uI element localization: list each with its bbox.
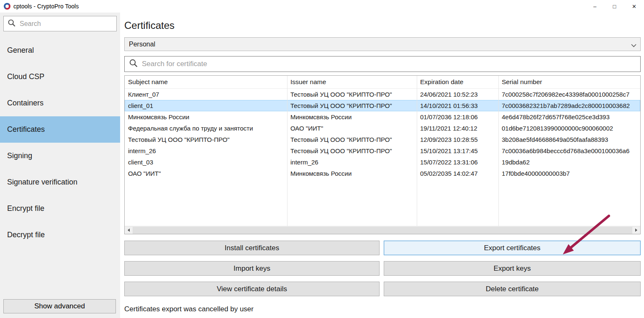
table-row[interactable]: client_03 interm_26 15/07/2022 13:31:06 … xyxy=(125,156,640,168)
cell-expiration: 05/02/2035 14:02:47 xyxy=(417,170,498,177)
maximize-button[interactable]: □ xyxy=(605,0,624,13)
cell-serial: 01d6be7120813990000000c900060002 xyxy=(498,125,640,132)
column-divider xyxy=(287,76,287,226)
cell-subject: Клиент_07 xyxy=(125,91,287,98)
cell-serial: 4e6d478b26f27d657f768e025ce3d393 xyxy=(498,113,640,121)
column-divider xyxy=(417,76,417,226)
dropdown-selected-value: Personal xyxy=(129,41,155,48)
cell-expiration: 12/09/2023 10:28:55 xyxy=(417,136,498,143)
window-title: cptools - CryptoPro Tools xyxy=(13,3,79,10)
sidebar-item-certificates[interactable]: Certificates xyxy=(0,116,120,143)
cell-expiration: 15/10/2021 13:17:45 xyxy=(417,147,498,154)
app-window: cptools - CryptoPro Tools – □ ✕ General … xyxy=(0,0,644,318)
cell-subject: Федеральная служба по труду и занятости xyxy=(125,125,287,132)
cell-issuer: Тестовый УЦ ООО "КРИПТО-ПРО" xyxy=(287,102,417,109)
sidebar-item-label: Signing xyxy=(7,151,32,160)
table-row[interactable]: interm_26 Тестовый УЦ ООО "КРИПТО-ПРО" 1… xyxy=(125,145,640,156)
install-certificates-button[interactable]: Install certificates xyxy=(124,241,380,255)
app-logo-icon xyxy=(4,3,10,10)
cell-expiration: 14/10/2021 01:56:33 xyxy=(417,102,498,109)
cell-expiration: 15/07/2022 13:31:06 xyxy=(417,159,498,166)
sidebar-item-label: Cloud CSP xyxy=(7,72,44,81)
show-advanced-button[interactable]: Show advanced xyxy=(3,299,116,313)
cell-subject: ОАО "ИИТ" xyxy=(125,170,287,177)
cell-serial: 19dbda62 xyxy=(498,159,640,166)
page-title: Certificates xyxy=(124,20,641,31)
column-header-serial-number[interactable]: Serial number xyxy=(498,78,640,86)
close-button[interactable]: ✕ xyxy=(624,0,644,13)
certificate-search-box xyxy=(124,56,641,72)
cell-subject: client_01 xyxy=(125,102,287,109)
cell-expiration: 01/07/2036 12:18:06 xyxy=(417,113,498,121)
table-row[interactable]: Тестовый УЦ ООО "КРИПТО-ПРО" Тестовый УЦ… xyxy=(125,134,640,145)
sidebar-item-label: Containers xyxy=(7,99,44,108)
import-keys-button[interactable]: Import keys xyxy=(124,261,380,276)
sidebar-item-decrypt-file[interactable]: Decrypt file xyxy=(0,222,120,248)
column-divider xyxy=(498,76,499,226)
cell-serial: 7c000258c7f206982ec43398fa0001000258c7 xyxy=(498,91,640,98)
table-row-selected[interactable]: client_01 Тестовый УЦ ООО "КРИПТО-ПРО" 1… xyxy=(125,100,640,111)
sidebar-item-containers[interactable]: Containers xyxy=(0,90,120,116)
minimize-button[interactable]: – xyxy=(585,0,605,13)
cell-subject: Минкомсвязь России xyxy=(125,113,287,121)
cell-issuer: Тестовый УЦ ООО "КРИПТО-ПРО" xyxy=(287,147,417,154)
scroll-left-arrow[interactable] xyxy=(125,226,133,234)
table-header: Subject name Issuer name Expiration date… xyxy=(125,76,640,89)
table-row[interactable]: ОАО "ИИТ" Минкомсвязь России 05/02/2035 … xyxy=(125,168,640,179)
column-header-issuer-name[interactable]: Issuer name xyxy=(287,78,417,86)
sidebar-item-label: Encrypt file xyxy=(7,204,44,213)
title-bar: cptools - CryptoPro Tools xyxy=(0,0,644,13)
sidebar-item-encrypt-file[interactable]: Encrypt file xyxy=(0,195,120,222)
cell-subject: client_03 xyxy=(125,159,287,166)
window-controls: – □ ✕ xyxy=(585,0,644,13)
cell-expiration: 24/06/2021 10:52:23 xyxy=(417,91,498,98)
sidebar: General Cloud CSP Containers Certificate… xyxy=(0,13,120,318)
cell-issuer: Тестовый УЦ ООО "КРИПТО-ПРО" xyxy=(287,91,417,98)
cell-serial: 7c0003682321b7ab7289adc2c800010003682 xyxy=(498,102,640,109)
cell-expiration: 19/11/2021 12:40:12 xyxy=(417,125,498,132)
cell-serial: 3b208ae5fd46688649a050faafa88393 xyxy=(498,136,640,143)
sidebar-item-general[interactable]: General xyxy=(0,37,120,64)
search-icon xyxy=(8,19,16,29)
sidebar-item-label: Certificates xyxy=(7,125,45,134)
cell-subject: Тестовый УЦ ООО "КРИПТО-ПРО" xyxy=(125,136,287,143)
status-text: Certificates export was cancelled by use… xyxy=(124,305,641,313)
right-triangle-icon xyxy=(635,228,637,232)
view-certificate-details-button[interactable]: View certificate details xyxy=(124,282,380,296)
table-body: Клиент_07 Тестовый УЦ ООО "КРИПТО-ПРО" 2… xyxy=(125,89,640,179)
horizontal-scrollbar[interactable] xyxy=(125,226,640,234)
table-row[interactable]: Минкомсвязь России Минкомсвязь России 01… xyxy=(125,111,640,123)
export-certificates-button[interactable]: Export certificates xyxy=(384,241,641,255)
cell-issuer: Минкомсвязь России xyxy=(287,170,417,177)
cell-subject: interm_26 xyxy=(125,147,287,154)
sidebar-item-signature-verification[interactable]: Signature verification xyxy=(0,169,120,195)
certificate-store-dropdown[interactable]: Personal xyxy=(124,37,641,51)
delete-certificate-button[interactable]: Delete certificate xyxy=(384,282,641,296)
scrollbar-thumb[interactable] xyxy=(133,227,632,234)
export-keys-button[interactable]: Export keys xyxy=(384,261,641,276)
certificate-search-input[interactable] xyxy=(142,60,636,68)
scroll-right-arrow[interactable] xyxy=(632,226,640,234)
sidebar-search-input[interactable] xyxy=(20,20,113,28)
main-content: Certificates Personal Subject name Issue… xyxy=(124,13,641,313)
sidebar-item-cloud-csp[interactable]: Cloud CSP xyxy=(0,64,120,90)
action-buttons: Install certificates Export certificates… xyxy=(124,241,641,296)
column-header-subject-name[interactable]: Subject name xyxy=(125,78,287,86)
cell-issuer: interm_26 xyxy=(287,159,417,166)
certificates-table: Subject name Issuer name Expiration date… xyxy=(124,75,641,234)
sidebar-item-label: Decrypt file xyxy=(7,231,45,239)
sidebar-item-label: Signature verification xyxy=(7,178,77,187)
left-triangle-icon xyxy=(128,228,130,232)
sidebar-search-box xyxy=(3,16,117,31)
column-header-expiration-date[interactable]: Expiration date xyxy=(417,78,498,86)
cell-serial: 7c00036a6b984beccc6d768a3e000100036a6 xyxy=(498,147,640,154)
cell-serial: 17f0bde40000000003b7 xyxy=(498,170,640,177)
table-row[interactable]: Федеральная служба по труду и занятости … xyxy=(125,123,640,134)
cell-issuer: Минкомсвязь России xyxy=(287,113,417,121)
cell-issuer: ОАО "ИИТ" xyxy=(287,125,417,132)
search-icon xyxy=(129,59,138,69)
sidebar-item-signing[interactable]: Signing xyxy=(0,143,120,169)
table-row[interactable]: Клиент_07 Тестовый УЦ ООО "КРИПТО-ПРО" 2… xyxy=(125,89,640,100)
sidebar-nav: General Cloud CSP Containers Certificate… xyxy=(0,37,120,248)
chevron-down-icon xyxy=(631,41,636,49)
